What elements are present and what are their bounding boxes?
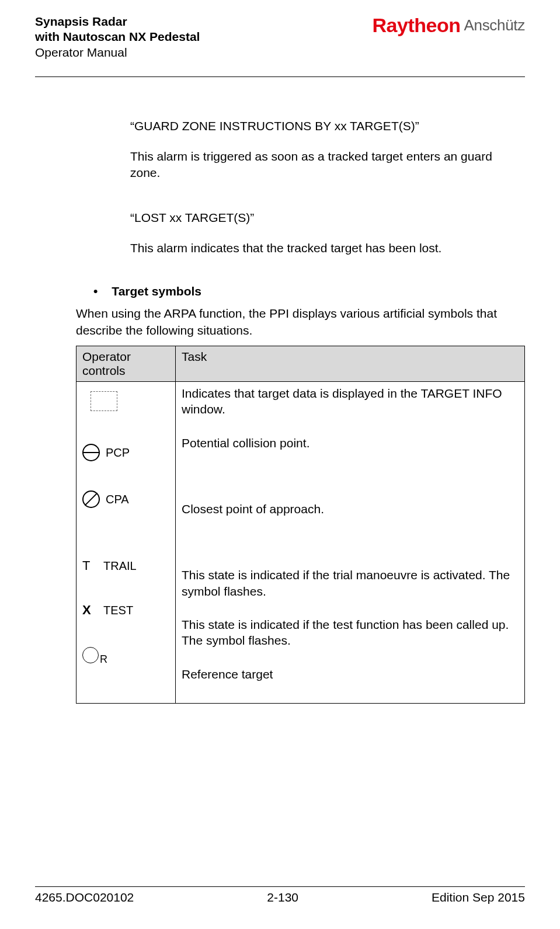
table-row: PCP CPA T TRAIL X TEST (76, 382, 525, 704)
cpa-icon (82, 490, 100, 508)
task-ref: Reference target (182, 666, 519, 682)
title-line-1: Synapsis Radar (35, 14, 200, 29)
footer-page: 2-130 (267, 890, 298, 904)
logo-raytheon: Raytheon (373, 14, 461, 37)
page-footer: 4265.DOC020102 2-130 Edition Sep 2015 (35, 886, 525, 904)
test-symbol: X (82, 603, 98, 618)
symbol-target-info (82, 391, 169, 411)
content: “GUARD ZONE INSTRUCTIONS BY xx TARGET(S)… (35, 118, 525, 704)
guard-zone-title: “GUARD ZONE INSTRUCTIONS BY xx TARGET(S)… (76, 118, 525, 134)
bullet-icon: • (93, 284, 98, 298)
title-line-3: Operator Manual (35, 45, 200, 60)
section-heading: Target symbols (112, 284, 201, 298)
symbol-ref: R (82, 647, 169, 663)
symbol-trail: T TRAIL (82, 558, 169, 573)
dashed-box-icon (91, 391, 117, 411)
footer-doc-id: 4265.DOC020102 (35, 890, 134, 904)
task-cpa: Closest point of approach. (182, 501, 519, 517)
ref-symbol: R (100, 653, 107, 666)
symbol-test: X TEST (82, 603, 169, 618)
test-label: TEST (103, 604, 133, 617)
lost-target-desc: This alarm indicates that the tracked ta… (76, 240, 525, 256)
logo: Raytheon Anschütz (373, 14, 525, 37)
pcp-icon (82, 444, 100, 461)
symbol-cpa: CPA (82, 490, 169, 508)
task-info: Indicates that target data is displayed … (182, 385, 519, 417)
title-line-2: with Nautoscan NX Pedestal (35, 29, 200, 44)
symbols-table: Operator controls Task PCP CPA (76, 346, 525, 704)
col-header-task: Task (176, 346, 525, 382)
page-header: Synapsis Radar with Nautoscan NX Pedesta… (35, 14, 525, 77)
task-cell: Indicates that target data is displayed … (176, 382, 525, 704)
section-intro: When using the ARPA function, the PPI di… (76, 305, 525, 339)
symbol-pcp: PCP (82, 444, 169, 461)
trail-symbol: T (82, 558, 98, 573)
doc-title-block: Synapsis Radar with Nautoscan NX Pedesta… (35, 14, 200, 60)
col-header-controls: Operator controls (76, 346, 176, 382)
task-trail: This state is indicated if the trial man… (182, 567, 519, 599)
lost-target-title: “LOST xx TARGET(S)” (76, 210, 525, 226)
section-bullet: • Target symbols (76, 284, 525, 298)
footer-edition: Edition Sep 2015 (432, 890, 525, 904)
table-header-row: Operator controls Task (76, 346, 525, 382)
ref-icon (82, 647, 99, 663)
task-pcp: Potential collision point. (182, 435, 519, 451)
task-test: This state is indicated if the test func… (182, 617, 519, 649)
pcp-label: PCP (106, 446, 130, 460)
trail-label: TRAIL (103, 559, 137, 573)
guard-zone-desc: This alarm is triggered as soon as a tra… (76, 148, 525, 182)
controls-cell: PCP CPA T TRAIL X TEST (76, 382, 176, 704)
logo-anschutz: Anschütz (464, 16, 525, 34)
cpa-label: CPA (106, 493, 129, 506)
